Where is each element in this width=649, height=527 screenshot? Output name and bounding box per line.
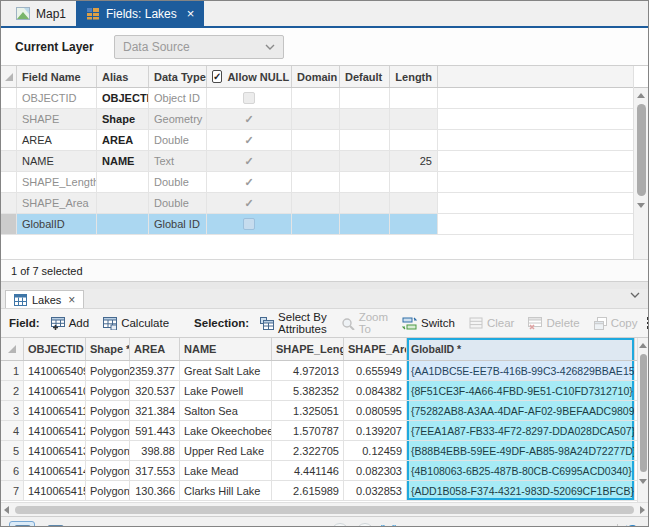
cell-shape-area[interactable]: 0.12459 [344,441,407,460]
allow-null-checkbox[interactable]: ✓ [212,70,222,83]
alias-cell[interactable]: Shape [97,109,149,129]
column-header-data-type[interactable]: Data Type [149,66,207,87]
fields-grid-vertical-scrollbar[interactable] [633,66,648,259]
cell-shape-length[interactable]: 1.570787 [272,421,344,440]
tab-lakes-table[interactable]: Lakes × [5,290,84,308]
allow-null-cell[interactable] [207,214,292,234]
close-icon[interactable]: × [187,7,195,20]
table-row[interactable]: 11410065409Polygon2359.377Great Salt Lak… [1,361,637,381]
cell-objectid[interactable]: 1410065412 [24,421,86,440]
cell-objectid[interactable]: 1410065414 [24,461,86,480]
add-field-button[interactable]: Add [46,314,94,333]
cell-shape[interactable]: Polygon [86,461,130,480]
range-filter-icon[interactable] [356,523,374,527]
default-cell[interactable] [340,214,390,234]
row-indicator[interactable] [1,88,17,108]
table-row[interactable]: 41410065412Polygon591.443Lake Okeechobee… [1,421,637,441]
field-row-area[interactable]: AREAAREADouble✓ [1,130,633,151]
field-row-globalid[interactable]: GlobalIDGlobal ID [1,214,633,235]
calculate-field-button[interactable]: Calculate [98,314,174,333]
column-header-shape-length[interactable]: SHAPE_Length [272,338,344,360]
cell-name[interactable]: Great Salt Lake [180,361,272,380]
cell-area[interactable]: 317.553 [130,461,180,480]
cell-name[interactable]: Lake Okeechobee [180,421,272,440]
cell-shape[interactable]: Polygon [86,381,130,400]
domain-cell[interactable] [292,151,340,171]
field-row-shape[interactable]: SHAPEShapeGeometry✓ [1,109,633,130]
cell-objectid[interactable]: 1410065411 [24,401,86,420]
row-number-cell[interactable]: 7 [1,481,24,500]
cell-shape-area[interactable]: 0.032853 [344,481,407,500]
domain-cell[interactable] [292,172,340,192]
row-number-cell[interactable]: 2 [1,381,24,400]
alias-cell[interactable] [97,193,149,213]
column-header-name[interactable]: NAME [180,338,272,360]
zoom-level-dropdown[interactable]: 100 % [555,524,610,527]
default-cell[interactable] [340,151,390,171]
length-cell[interactable] [390,88,438,108]
form-view-button[interactable] [42,521,68,527]
column-header-field-name[interactable]: Field Name [17,66,97,87]
cell-shape[interactable]: Polygon [86,401,130,420]
cell-shape-length[interactable]: 5.382352 [272,381,344,400]
data-type-cell[interactable]: Double [149,193,207,213]
data-type-cell[interactable]: Double [149,130,207,150]
column-header-area[interactable]: AREA [130,338,180,360]
cell-name[interactable]: Lake Mead [180,461,272,480]
row-indicator[interactable] [1,214,17,234]
allow-null-cell[interactable]: ✓ [207,130,292,150]
cell-globalid[interactable]: {4B108063-6B25-487B-80CB-C6995ACD0340} [407,461,635,480]
field-name-cell[interactable]: SHAPE_Length [17,172,97,192]
cell-globalid[interactable]: {75282AB8-A3AA-4DAF-AF02-9BEFAADC9809} [407,401,635,420]
tab-map1[interactable]: Map1 [6,1,76,26]
default-cell[interactable] [340,88,390,108]
row-indicator[interactable] [1,109,17,129]
row-number-cell[interactable]: 1 [1,361,24,380]
row-number-cell[interactable]: 6 [1,461,24,480]
select-by-attributes-button[interactable]: Select By Attributes [255,308,332,338]
field-row-name[interactable]: NAMENAMEText✓25 [1,151,633,172]
cell-shape-length[interactable]: 4.972013 [272,361,344,380]
row-indicator[interactable] [1,193,17,213]
table-horizontal-scrollbar[interactable] [1,502,648,516]
column-header-shape-area[interactable]: SHAPE_Area [344,338,407,360]
allow-null-cell[interactable]: ✓ [207,109,292,129]
row-number-cell[interactable]: 5 [1,441,24,460]
scroll-down-icon[interactable] [638,474,648,488]
cell-shape-length[interactable]: 2.322705 [272,441,344,460]
cell-name[interactable]: Lake Powell [180,381,272,400]
length-cell[interactable]: 25 [390,151,438,171]
field-row-objectid[interactable]: OBJECTIDOBJECTIDObject ID [1,88,633,109]
cell-shape[interactable]: Polygon [86,441,130,460]
field-row-shape-area[interactable]: SHAPE_AreaDouble✓ [1,193,633,214]
allow-null-cell[interactable]: ✓ [207,172,292,192]
domain-cell[interactable] [292,109,340,129]
length-cell[interactable] [390,193,438,213]
cell-area[interactable]: 320.537 [130,381,180,400]
row-indicator[interactable] [1,172,17,192]
time-filter-icon[interactable] [331,523,349,527]
column-header-allow-null[interactable]: ✓Allow NULL [207,66,292,87]
allow-null-cell[interactable]: ✓ [207,151,292,171]
scroll-right-icon[interactable] [640,506,645,514]
data-type-cell[interactable]: Global ID [149,214,207,234]
field-name-cell[interactable]: GlobalID [17,214,97,234]
data-type-cell[interactable]: Object ID [149,88,207,108]
panel-collapse-chevron-icon[interactable] [630,292,640,298]
cell-shape[interactable]: Polygon [86,361,130,380]
cell-area[interactable]: 130.366 [130,481,180,500]
cell-globalid[interactable]: {8F51CE3F-4A66-4FBD-9E51-C10FD7312710} [407,381,635,400]
scroll-down-icon[interactable] [634,198,648,212]
current-layer-dropdown[interactable]: Data Source [114,35,284,59]
table-row[interactable]: 21410065410Polygon320.537Lake Powell5.38… [1,381,637,401]
field-name-cell[interactable]: OBJECTID [17,88,97,108]
cell-objectid[interactable]: 1410065415 [24,481,86,500]
table-row[interactable]: 51410065413Polygon398.88Upper Red Lake2.… [1,441,637,461]
cell-area[interactable]: 398.88 [130,441,180,460]
cell-globalid[interactable]: {7EEA1A87-FB33-4F72-8297-DDA028DCA507} [407,421,635,440]
cell-shape-length[interactable]: 1.325051 [272,401,344,420]
cell-globalid[interactable]: {B88B4EBB-59EE-49DF-AB85-98A24D72277D} [407,441,635,460]
zoom-to-button[interactable]: Zoom To [336,308,393,338]
domain-cell[interactable] [292,193,340,213]
delete-selection-button[interactable]: Delete [523,314,584,333]
